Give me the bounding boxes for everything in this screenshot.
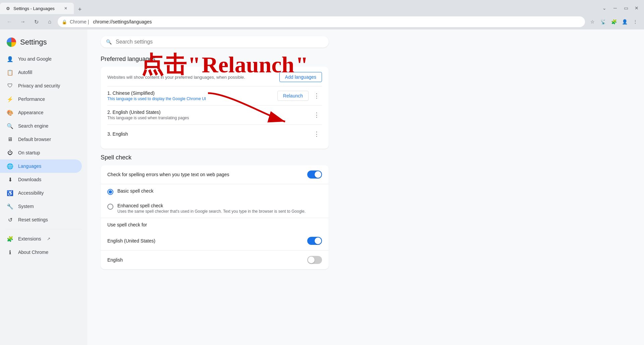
spell-check-toggle-row: Check for spelling errors when you type … <box>101 165 329 184</box>
lang-more-button-3[interactable]: ⋮ <box>311 129 322 139</box>
sidebar-item-default-browser[interactable]: 🖥 Default browser <box>0 133 82 146</box>
maximize-button[interactable]: ▭ <box>621 3 631 13</box>
spell-check-card: Check for spelling errors when you type … <box>101 165 329 269</box>
active-tab[interactable]: ⚙ Settings - Languages ✕ <box>0 3 74 14</box>
sidebar-item-performance[interactable]: ⚡ Performance <box>0 92 82 106</box>
new-tab-button[interactable]: + <box>75 5 85 14</box>
extensions-icon: 🧩 <box>7 235 13 242</box>
spell-check-toggle[interactable] <box>307 170 322 179</box>
tab-search-button[interactable]: ⌄ <box>600 3 609 13</box>
tab-bar: ⚙ Settings - Languages ✕ + ⌄ ─ ▭ ✕ <box>0 0 644 14</box>
performance-icon: ⚡ <box>7 96 13 102</box>
content-area: 点击 " Relaunch " 🔍 Preferred <box>87 29 644 345</box>
cast-button[interactable]: 📡 <box>598 17 608 26</box>
settings-title: Settings <box>20 38 47 47</box>
sidebar-label-extensions: Extensions <box>18 236 41 242</box>
basic-spell-check-row[interactable]: Basic spell check <box>101 184 329 199</box>
sidebar-item-reset[interactable]: ↺ Reset settings <box>0 213 82 226</box>
settings-header: Settings <box>0 35 87 52</box>
address-bar-row: ← → ↻ ⌂ 🔒 Chrome | chrome://settings/lan… <box>0 14 644 29</box>
sidebar-label-default-browser: Default browser <box>18 137 51 142</box>
reload-button[interactable]: ↻ <box>31 16 42 27</box>
menu-button[interactable]: ⋮ <box>631 17 640 26</box>
sidebar-item-languages[interactable]: 🌐 Languages <box>0 159 82 173</box>
basic-spell-check-label: Basic spell check <box>117 188 153 194</box>
close-button[interactable]: ✕ <box>632 3 641 13</box>
sidebar-item-search-engine[interactable]: 🔍 Search engine <box>0 119 82 133</box>
spell-lang-en-us-toggle[interactable] <box>307 237 322 245</box>
use-spell-check-label: Use spell check for <box>107 222 322 227</box>
languages-icon: 🌐 <box>7 163 13 169</box>
use-spell-check-row: Use spell check for <box>101 218 329 231</box>
spell-lang-en: English <box>101 251 329 269</box>
preferred-languages-card: Websites will show content in your prefe… <box>101 67 329 149</box>
enhanced-spell-check-row[interactable]: Enhanced spell check Uses the same spell… <box>101 199 329 218</box>
autofill-icon: 📋 <box>7 69 13 76</box>
add-languages-button[interactable]: Add languages <box>279 72 322 82</box>
sidebar-item-appearance[interactable]: 🎨 Appearance <box>0 106 82 119</box>
sidebar-item-system[interactable]: 🔧 System <box>0 200 82 213</box>
chrome-logo <box>7 38 16 47</box>
sidebar-item-privacy[interactable]: 🛡 Privacy and security <box>0 79 82 92</box>
lang-info-3: 3. English <box>107 131 311 137</box>
window-controls: ⌄ ─ ▭ ✕ <box>600 3 644 14</box>
profile-button[interactable]: 👤 <box>620 17 629 26</box>
basic-spell-check-radio[interactable] <box>107 189 113 195</box>
sidebar-item-about[interactable]: ℹ About Chrome <box>0 246 82 259</box>
sidebar: Settings 👤 You and Google 📋 Autofill 🛡 P… <box>0 29 87 345</box>
minimize-button[interactable]: ─ <box>610 3 620 13</box>
address-bar[interactable]: 🔒 Chrome | chrome://settings/languages <box>58 16 585 27</box>
lang-name-1: 1. Chinese (Simplified) <box>107 90 277 96</box>
sidebar-item-downloads[interactable]: ⬇ Downloads <box>0 173 82 186</box>
enhanced-spell-check-radio[interactable] <box>107 204 113 210</box>
on-startup-icon: ⏻ <box>7 149 13 156</box>
sidebar-item-you-google[interactable]: 👤 You and Google <box>0 52 82 66</box>
sidebar-label-you-google: You and Google <box>18 56 52 62</box>
sidebar-item-accessibility[interactable]: ♿ Accessibility <box>0 186 82 200</box>
sidebar-label-about: About Chrome <box>18 250 48 255</box>
spell-lang-en-us: English (United States) <box>101 231 329 251</box>
extensions-button[interactable]: 🧩 <box>609 17 619 26</box>
spell-check-title: Spell check <box>101 154 631 161</box>
tab-title: Settings - Languages <box>13 6 55 11</box>
tab-close-button[interactable]: ✕ <box>63 6 68 11</box>
home-button[interactable]: ⌂ <box>44 16 55 27</box>
lang-more-button-2[interactable]: ⋮ <box>311 110 322 120</box>
enhanced-spell-check-label: Enhanced spell check <box>117 203 306 208</box>
sidebar-label-autofill: Autofill <box>18 70 32 75</box>
enhanced-spell-check-desc: Uses the same spell checker that's used … <box>117 209 306 214</box>
forward-button[interactable]: → <box>17 16 28 27</box>
relaunch-button[interactable]: Relaunch <box>277 91 309 101</box>
sidebar-item-extensions[interactable]: 🧩 Extensions ↗ <box>0 232 82 246</box>
external-link-icon: ↗ <box>47 236 50 241</box>
lang-name-2: 2. English (United States) <box>107 110 311 115</box>
search-input[interactable] <box>116 39 323 45</box>
search-icon: 🔍 <box>106 39 112 45</box>
language-item-2: 2. English (United States) This language… <box>107 105 322 124</box>
sidebar-label-performance: Performance <box>18 96 45 102</box>
spell-check-label: Check for spelling errors when you type … <box>107 172 307 177</box>
lang-more-button-1[interactable]: ⋮ <box>311 90 322 101</box>
spell-lang-en-toggle[interactable] <box>307 256 322 264</box>
site-name: Chrome | <box>70 19 89 24</box>
language-item-1: 1. Chinese (Simplified) This language is… <box>107 86 322 105</box>
search-bar-wrap: 🔍 <box>101 36 631 48</box>
search-bar: 🔍 <box>101 36 329 48</box>
sidebar-label-reset: Reset settings <box>18 217 48 222</box>
spell-lang-en-label: English <box>107 257 307 263</box>
lang-note-2: This language is used when translating p… <box>107 116 311 120</box>
lang-name-3: 3. English <box>107 131 311 137</box>
sidebar-label-search-engine: Search engine <box>18 123 48 129</box>
sidebar-item-autofill[interactable]: 📋 Autofill <box>0 66 82 79</box>
main-layout: Settings 👤 You and Google 📋 Autofill 🛡 P… <box>0 29 644 345</box>
sidebar-label-downloads: Downloads <box>18 177 41 182</box>
sidebar-item-on-startup[interactable]: ⏻ On startup <box>0 146 82 159</box>
sidebar-label-privacy: Privacy and security <box>18 83 60 88</box>
downloads-icon: ⬇ <box>7 176 13 183</box>
sidebar-label-on-startup: On startup <box>18 150 40 155</box>
back-button[interactable]: ← <box>4 16 15 27</box>
bookmark-button[interactable]: ☆ <box>588 17 597 26</box>
lang-note-1: This language is used to display the Goo… <box>107 96 277 101</box>
accessibility-icon: ♿ <box>7 190 13 196</box>
system-icon: 🔧 <box>7 203 13 210</box>
